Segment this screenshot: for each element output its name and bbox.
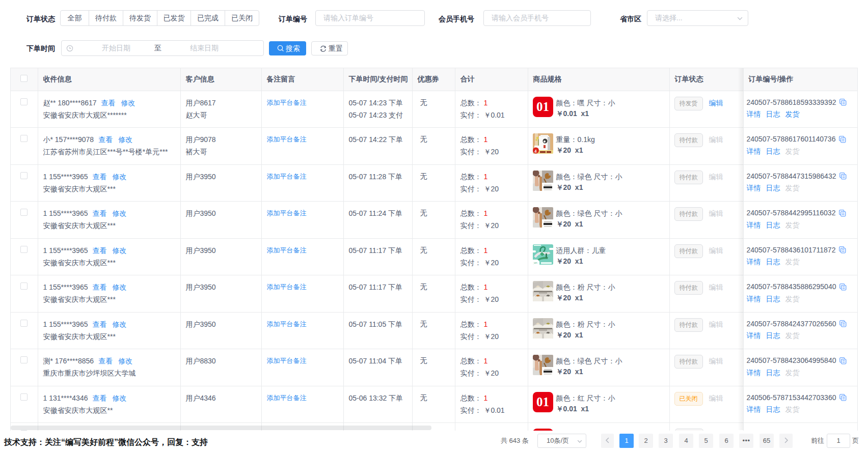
svg-text:4: 4 [534, 149, 537, 154]
svg-text:un: un [534, 261, 537, 264]
